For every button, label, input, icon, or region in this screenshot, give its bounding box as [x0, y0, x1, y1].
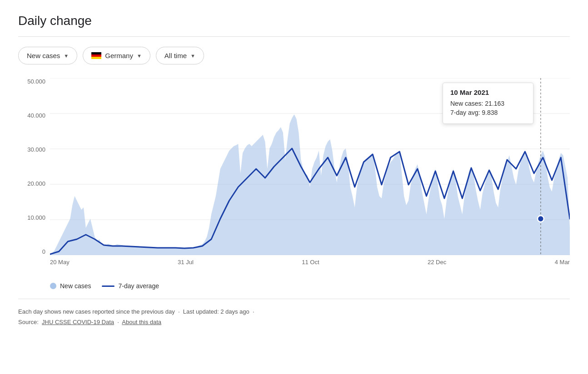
y-label-10000: 10.000 — [27, 214, 45, 221]
svg-rect-2 — [91, 57, 101, 59]
metric-label: New cases — [27, 52, 60, 59]
legend-line-icon — [102, 285, 115, 287]
bars-area — [50, 114, 570, 255]
hover-dot — [538, 216, 544, 222]
footer-about-link[interactable]: About this data — [122, 319, 161, 325]
x-label-oct: 11 Oct — [302, 259, 319, 266]
country-chevron-icon: ▼ — [137, 53, 142, 59]
x-label-mar: 4 Mar — [555, 259, 570, 266]
legend-line-label: 7-day average — [118, 282, 159, 290]
footer-sep1: · — [178, 308, 180, 315]
controls-bar: New cases ▼ Germany ▼ All time ▼ — [18, 47, 570, 64]
footer-sep3: · — [117, 319, 119, 325]
y-label-30000: 30.000 — [27, 146, 45, 153]
tooltip-date: 10 Mar 2021 — [450, 89, 526, 96]
svg-rect-0 — [91, 52, 101, 54]
footer-description: Each day shows new cases reported since … — [18, 308, 175, 315]
page-title: Daily change — [18, 14, 570, 28]
tooltip-avg: 7-day avg: 9.838 — [450, 109, 526, 116]
legend-7day-avg: 7-day average — [102, 282, 159, 290]
y-axis: 50.000 40.000 30.000 20.000 10.000 0 — [18, 78, 50, 255]
y-label-0: 0 — [42, 248, 45, 255]
svg-rect-1 — [91, 54, 101, 57]
timerange-chevron-icon: ▼ — [190, 53, 195, 59]
legend-bar-dot — [50, 283, 56, 289]
x-label-jul: 31 Jul — [178, 259, 194, 266]
country-label: Germany — [105, 52, 133, 59]
metric-dropdown[interactable]: New cases ▼ — [18, 47, 77, 64]
chart-area: 50.000 40.000 30.000 20.000 10.000 0 — [18, 78, 570, 273]
footer-updated: Last updated: 2 days ago — [183, 308, 249, 315]
timerange-dropdown[interactable]: All time ▼ — [156, 47, 204, 64]
tooltip-new-cases-label: New cases: — [450, 100, 483, 107]
footer: Each day shows new cases reported since … — [18, 299, 570, 328]
timerange-label: All time — [164, 52, 187, 59]
footer-source-label: Source: — [18, 319, 39, 325]
metric-chevron-icon: ▼ — [64, 53, 69, 59]
y-label-50000: 50.000 — [27, 78, 45, 85]
section-divider — [18, 36, 570, 37]
tooltip-avg-label: 7-day avg: — [450, 109, 480, 116]
chart-inner: 10 Mar 2021 New cases: 21.163 7-day avg:… — [50, 78, 570, 255]
chart-legend: New cases 7-day average — [18, 282, 570, 290]
tooltip-avg-value: 9.838 — [482, 109, 498, 116]
x-axis: 20 May 31 Jul 11 Oct 22 Dec 4 Mar — [50, 255, 570, 273]
footer-source-link[interactable]: JHU CSSE COVID-19 Data — [42, 319, 114, 325]
tooltip-new-cases-value: 21.163 — [485, 100, 504, 107]
x-label-dec: 22 Dec — [428, 259, 446, 266]
germany-flag-icon — [91, 52, 101, 59]
tooltip: 10 Mar 2021 New cases: 21.163 7-day avg:… — [443, 83, 533, 124]
tooltip-new-cases: New cases: 21.163 — [450, 100, 526, 107]
footer-sep2: · — [253, 308, 254, 315]
x-label-may: 20 May — [50, 259, 70, 266]
legend-new-cases: New cases — [50, 282, 91, 290]
legend-bar-label: New cases — [60, 282, 91, 290]
y-label-40000: 40.000 — [27, 112, 45, 119]
country-dropdown[interactable]: Germany ▼ — [83, 47, 150, 64]
y-label-20000: 20.000 — [27, 180, 45, 187]
